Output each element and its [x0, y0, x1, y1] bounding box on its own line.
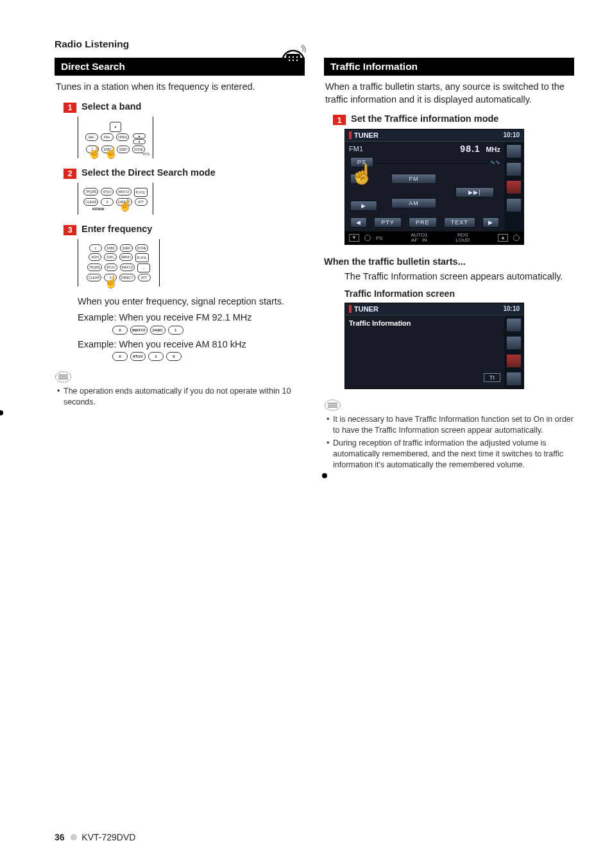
traffic-screen: TUNER 10:10 Traffic Information TI [344, 303, 524, 389]
open-button[interactable]: OPEN [116, 133, 129, 141]
direct-search-title: Direct Search [61, 61, 125, 72]
key-7[interactable]: 7PQRS [83, 188, 98, 196]
traffic-info-bar: Traffic Information [324, 58, 574, 76]
step1-title: Select a band [81, 101, 141, 112]
step-number-3: 3 [64, 225, 76, 235]
note-icon-r [324, 398, 574, 414]
down-icon[interactable]: ⌄ [137, 263, 150, 272]
status-in: IN [422, 237, 427, 243]
scan-indicator: ∿∿ [490, 159, 500, 165]
vol-label: VOL [142, 152, 150, 156]
hand-pointer-icon: ☝ [118, 198, 132, 212]
note-item: It is necessary to have Traffic Informat… [325, 414, 574, 436]
status-af: AF [411, 237, 418, 243]
am-mode-button[interactable]: AM [391, 198, 436, 208]
step-number-2: 2 [64, 169, 76, 179]
ps-button[interactable]: PS [350, 157, 373, 167]
fm-mode-button[interactable]: FM [391, 174, 436, 184]
side-button-2[interactable] [506, 162, 522, 176]
key-5[interactable]: 5JKL [104, 253, 117, 261]
key-3[interactable]: 3DEF [120, 244, 133, 252]
note-icon [55, 370, 305, 386]
seq-key: 2ABC [150, 326, 166, 335]
key-9[interactable]: 9WXYZ [116, 188, 131, 196]
frequency-value: 98.1 [460, 144, 480, 154]
side-dot-icon [0, 410, 3, 415]
seek-fwd-button[interactable]: ▶▶| [455, 187, 494, 197]
fm-button[interactable]: FM+ [101, 133, 114, 141]
when-heading: When the traffic bulletin starts... [324, 256, 574, 267]
next-preset-button[interactable]: ▶ [350, 201, 377, 211]
step2-title: Select the Direct Search mode [81, 167, 216, 178]
note-item: The operation ends automatically if you … [56, 386, 305, 408]
seq-key: 8TUV [130, 352, 146, 361]
pre-button[interactable]: PRE [409, 217, 437, 228]
key-6[interactable]: 6MNO [119, 253, 132, 261]
left-notes: The operation ends automatically if you … [56, 386, 305, 408]
side-button-4[interactable] [506, 198, 522, 212]
note-item: During reception of traffic information … [325, 438, 574, 471]
side-dot-icon [322, 473, 327, 478]
step-number-r1: 1 [333, 115, 346, 125]
hand-pointer-icon: ☝ [104, 146, 118, 160]
seq-key: 0 [166, 352, 182, 361]
screen-title: TUNER [354, 131, 378, 139]
key-2[interactable]: 2ABC [105, 244, 117, 252]
traffic-body-title: Traffic Information [349, 319, 500, 327]
side-button-1[interactable] [506, 144, 522, 158]
clock-display-2: 10:10 [503, 305, 520, 312]
am-button[interactable]: AM– [85, 133, 98, 141]
pty-button[interactable]: PTY [374, 217, 402, 228]
key-8[interactable]: 8TUV [101, 188, 114, 196]
side-button-3[interactable] [506, 180, 522, 194]
zone-button[interactable]: ZONE [135, 244, 148, 252]
side-button-4b[interactable] [506, 372, 522, 386]
key-0[interactable]: 0 [101, 198, 114, 206]
att-button[interactable]: ATT [135, 198, 148, 206]
hand-pointer-icon: ☝ [87, 146, 101, 160]
vol-down-icon[interactable]: ▼ [133, 139, 146, 144]
att-button[interactable]: ATT [138, 274, 151, 281]
key-1[interactable]: 1 [89, 244, 102, 252]
step-number-1: 1 [64, 103, 76, 113]
hand-pointer-icon: ☝ [104, 275, 118, 289]
direct-button[interactable]: DIRECT [119, 274, 135, 281]
svg-point-4 [296, 56, 298, 58]
key-7[interactable]: 7PQRS [87, 263, 102, 271]
clear-button[interactable]: CLEAR [87, 274, 101, 281]
page-prev-button[interactable]: ◀ [350, 217, 367, 228]
status-down-icon[interactable]: ▼ [349, 234, 359, 242]
status-up-icon[interactable]: ▲ [498, 234, 508, 242]
when-text: The Traffic Information screen appears a… [344, 271, 574, 283]
prev-preset-button[interactable]: ◀ [350, 174, 367, 184]
svg-point-5 [289, 60, 290, 61]
clear-button[interactable]: CLEAR [83, 198, 98, 206]
seq-key: 1 [148, 352, 164, 361]
key-4[interactable]: 4GHI [89, 253, 101, 261]
seq-key: 0 [112, 352, 128, 361]
section-title: Radio Listening [55, 38, 577, 50]
frequency-unit: MHz [486, 146, 500, 153]
remote-step3: 1 2ABC 3DEF ZONE 4GHI 5JKL 6MNO R.VOL 7P… [78, 239, 160, 287]
key-3[interactable]: 3DEF [117, 146, 130, 153]
side-button-2b[interactable] [506, 336, 522, 350]
page-next-button[interactable]: ▶ [482, 217, 499, 228]
side-button-1b[interactable] [506, 318, 522, 332]
key-8[interactable]: 8TUV [105, 263, 117, 271]
tuner-screen: TUNER 10:10 FM1 98.1 MHz PS [344, 129, 524, 245]
example2-keys: 0 8TUV 1 0 [112, 352, 305, 361]
key-9[interactable]: 9WXYZ [120, 263, 135, 271]
text-button[interactable]: TEXT [444, 217, 475, 228]
seq-key: 9WXYZ [130, 326, 148, 335]
side-button-3b[interactable] [506, 354, 522, 368]
footer-dot-icon [71, 834, 77, 840]
rvol-button[interactable]: R.VOL [134, 188, 148, 197]
rvol-button[interactable]: R.VOL [135, 253, 149, 262]
right-column: Traffic Information When a traffic bulle… [324, 58, 574, 478]
nav-down-icon: ▼ [110, 122, 121, 132]
ti-button[interactable]: TI [484, 373, 500, 382]
left-column: Direct Search AUD Tunes in a station whe… [55, 58, 305, 478]
example1-keys: 0 9WXYZ 2ABC 1 [112, 326, 305, 335]
example1-label: Example: When you receive FM 92.1 MHz [78, 312, 305, 324]
vol-up-icon[interactable]: ▲ [133, 133, 146, 138]
